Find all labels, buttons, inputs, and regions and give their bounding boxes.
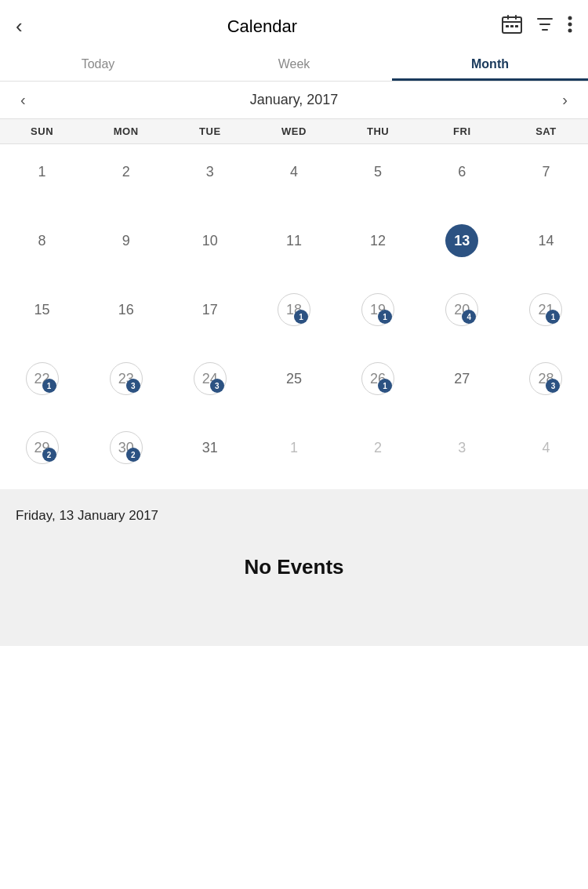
svg-rect-6: [515, 25, 518, 27]
no-events-label: No Events: [16, 547, 572, 579]
day-number: 1: [26, 155, 59, 188]
day-header-sat: SAT: [504, 125, 588, 137]
tab-month[interactable]: Month: [392, 46, 588, 81]
calendar-cell[interactable]: 261: [336, 351, 420, 420]
day-number: 15: [26, 293, 59, 326]
day-number: 302: [110, 431, 143, 464]
calendar-cell[interactable]: 8: [0, 213, 84, 282]
day-number: 211: [529, 293, 562, 326]
event-badge: 3: [126, 379, 140, 393]
calendar-cell[interactable]: 292: [0, 420, 84, 489]
calendar-cell[interactable]: 3: [420, 420, 504, 489]
day-number: 3: [194, 155, 227, 188]
prev-month-button[interactable]: ‹: [13, 88, 34, 112]
calendar-cell[interactable]: 10: [168, 213, 252, 282]
tabs-bar: Today Week Month: [0, 46, 588, 82]
tab-week[interactable]: Week: [196, 46, 392, 81]
svg-point-7: [568, 16, 572, 20]
day-number: 16: [110, 293, 143, 326]
calendar-cell[interactable]: 7: [504, 144, 588, 213]
day-number: 12: [361, 224, 394, 257]
day-number: 181: [278, 293, 310, 326]
calendar-cell[interactable]: 15: [0, 282, 84, 351]
calendar-cell[interactable]: 13: [420, 213, 504, 282]
calendar-cell[interactable]: 9: [84, 213, 168, 282]
day-number: 221: [26, 362, 59, 395]
event-badge: 1: [378, 379, 392, 393]
calendar-cell[interactable]: 1: [0, 144, 84, 213]
calendar-cell[interactable]: 1: [252, 420, 336, 489]
calendar-cell[interactable]: 5: [336, 144, 420, 213]
day-header-tue: TUE: [168, 125, 252, 137]
day-header-wed: WED: [252, 125, 336, 137]
calendar-cell[interactable]: 283: [504, 351, 588, 420]
day-number: 2: [361, 431, 394, 464]
calendar-cell[interactable]: 6: [420, 144, 504, 213]
day-number: 7: [529, 155, 562, 188]
day-header-sun: SUN: [0, 125, 84, 137]
back-button[interactable]: ‹: [16, 14, 23, 38]
next-month-button[interactable]: ›: [554, 88, 575, 112]
calendar-cell[interactable]: 2: [84, 144, 168, 213]
calendar-cell[interactable]: 233: [84, 351, 168, 420]
day-number: 261: [361, 362, 394, 395]
day-header-thu: THU: [336, 125, 420, 137]
month-nav: ‹ January, 2017 ›: [0, 82, 588, 119]
day-number: 13: [445, 224, 478, 257]
calendar-cell[interactable]: 16: [84, 282, 168, 351]
bottom-section: Friday, 13 January 2017 No Events: [0, 489, 588, 646]
event-badge: 1: [42, 379, 56, 393]
event-badge: 1: [546, 310, 560, 324]
calendar-cell[interactable]: 181: [252, 282, 336, 351]
day-headers: SUN MON TUE WED THU FRI SAT: [0, 119, 588, 144]
calendar-cell[interactable]: 243: [168, 351, 252, 420]
calendar-cell[interactable]: 4: [252, 144, 336, 213]
day-number: 2: [110, 155, 143, 188]
tab-today[interactable]: Today: [0, 46, 196, 81]
calendar-cell[interactable]: 12: [336, 213, 420, 282]
calendar-cell[interactable]: 221: [0, 351, 84, 420]
calendar-cell[interactable]: 3: [168, 144, 252, 213]
calendar-cell[interactable]: 31: [168, 420, 252, 489]
day-number: 10: [194, 224, 227, 257]
calendar-cell[interactable]: 4: [504, 420, 588, 489]
day-number: 6: [445, 155, 478, 188]
day-number: 25: [278, 362, 310, 395]
calendar-cell[interactable]: 204: [420, 282, 504, 351]
day-number: 1: [278, 431, 310, 464]
calendar-icon[interactable]: [502, 15, 522, 38]
day-number: 243: [194, 362, 227, 395]
calendar-cell[interactable]: 211: [504, 282, 588, 351]
day-number: 17: [194, 293, 227, 326]
day-header-fri: FRI: [420, 125, 504, 137]
header: ‹ Calendar: [0, 0, 588, 46]
calendar-cell[interactable]: 25: [252, 351, 336, 420]
calendar-grid: 1234567891011121314151617181191204211221…: [0, 144, 588, 489]
day-number: 14: [529, 224, 562, 257]
calendar-cell[interactable]: 14: [504, 213, 588, 282]
filter-icon[interactable]: [536, 16, 554, 38]
calendar-cell[interactable]: 11: [252, 213, 336, 282]
day-number: 4: [278, 155, 310, 188]
event-badge: 2: [126, 448, 140, 462]
day-number: 283: [529, 362, 562, 395]
selected-date-label: Friday, 13 January 2017: [16, 508, 572, 524]
svg-rect-5: [510, 25, 514, 27]
page-title: Calendar: [227, 16, 297, 37]
calendar-cell[interactable]: 17: [168, 282, 252, 351]
svg-point-8: [568, 22, 572, 26]
calendar-cell[interactable]: 302: [84, 420, 168, 489]
day-number: 191: [361, 293, 394, 326]
more-icon[interactable]: [568, 16, 572, 38]
day-number: 5: [361, 155, 394, 188]
day-number: 233: [110, 362, 143, 395]
calendar-cell[interactable]: 191: [336, 282, 420, 351]
day-number: 9: [110, 224, 143, 257]
day-number: 8: [26, 224, 59, 257]
svg-point-9: [568, 28, 572, 32]
event-badge: 4: [462, 310, 476, 324]
header-icons: [502, 15, 572, 38]
event-badge: 1: [378, 310, 392, 324]
calendar-cell[interactable]: 27: [420, 351, 504, 420]
calendar-cell[interactable]: 2: [336, 420, 420, 489]
